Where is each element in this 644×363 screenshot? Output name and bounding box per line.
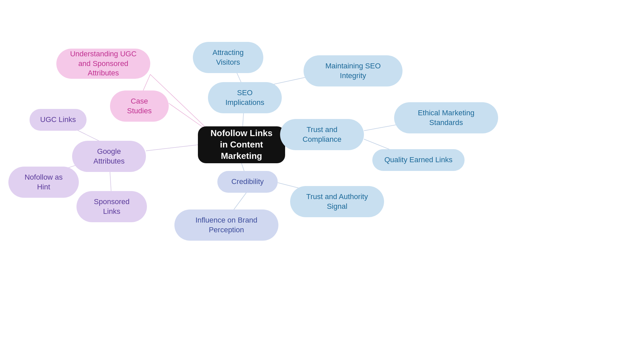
understanding-ugc-node: Understanding UGC and Sponsored Attribut… [56, 49, 150, 79]
seo-implications-node: SEO Implications [208, 82, 282, 113]
quality-earned-links-node: Quality Earned Links [372, 149, 465, 171]
google-attributes-node: Google Attributes [72, 141, 146, 172]
sponsored-links-node: Sponsored Links [76, 191, 147, 222]
svg-line-15 [169, 103, 208, 131]
attracting-visitors-node: Attracting Visitors [193, 42, 263, 73]
trust-compliance-node: Trust and Compliance [280, 119, 364, 150]
influence-brand-node: Influence on Brand Perception [174, 209, 278, 241]
nofollow-hint-node: Nofollow as Hint [8, 167, 79, 198]
ugc-links-node: UGC Links [30, 109, 87, 131]
case-studies-node: Case Studies [110, 90, 169, 122]
maintaining-seo-integrity-node: Maintaining SEO Integrity [304, 55, 402, 86]
trust-authority-signal-node: Trust and Authority Signal [290, 186, 384, 217]
center-node: Nofollow Links in Content Marketing [198, 126, 285, 163]
svg-line-9 [146, 145, 198, 151]
credibility-node: Credibility [217, 171, 278, 193]
ethical-marketing-node: Ethical Marketing Standards [394, 102, 498, 133]
